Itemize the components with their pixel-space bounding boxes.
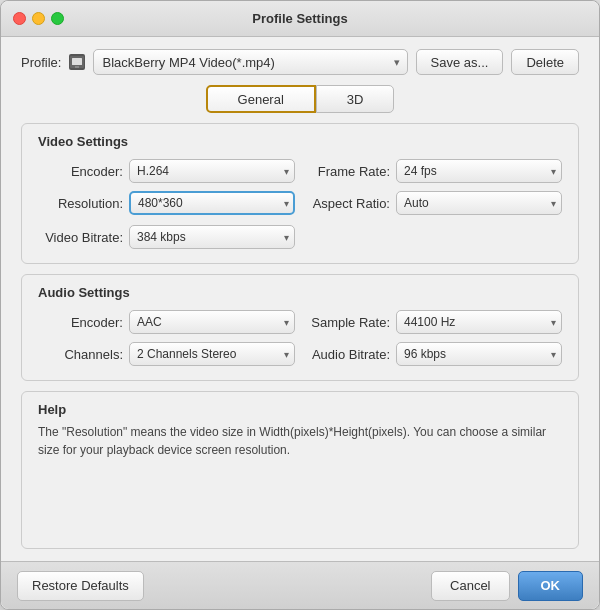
video-bitrate-label: Video Bitrate:: [38, 230, 123, 245]
video-bitrate-select[interactable]: 384 kbps: [129, 225, 295, 249]
audio-settings-title: Audio Settings: [38, 285, 562, 300]
close-button[interactable]: [13, 12, 26, 25]
delete-button[interactable]: Delete: [511, 49, 579, 75]
audio-encoder-row: Encoder: AAC: [38, 310, 295, 334]
audio-bitrate-select[interactable]: 96 kbps: [396, 342, 562, 366]
audio-bitrate-row: Audio Bitrate: 96 kbps: [305, 342, 562, 366]
svg-rect-1: [72, 58, 82, 65]
sample-rate-row: Sample Rate: 44100 Hz: [305, 310, 562, 334]
audio-bitrate-select-wrapper[interactable]: 96 kbps: [396, 342, 562, 366]
resolution-select-wrapper[interactable]: 480*360: [129, 191, 295, 215]
save-as-button[interactable]: Save as...: [416, 49, 504, 75]
aspect-ratio-select[interactable]: Auto: [396, 191, 562, 215]
help-title: Help: [38, 402, 562, 417]
window-title: Profile Settings: [252, 11, 347, 26]
audio-settings-grid: Encoder: AAC Sample Rate: 44100 Hz: [38, 310, 562, 366]
aspect-ratio-label: Aspect Ratio:: [305, 196, 390, 211]
profile-select-wrapper[interactable]: BlackBerry MP4 Video(*.mp4): [93, 49, 407, 75]
encoder-label: Encoder:: [38, 164, 123, 179]
encoder-select-wrapper[interactable]: H.264: [129, 159, 295, 183]
main-window: Profile Settings Profile: BlackBerry MP4…: [0, 0, 600, 610]
aspect-ratio-row: Aspect Ratio: Auto: [305, 191, 562, 215]
window-controls: [13, 12, 64, 25]
help-text: The "Resolution" means the video size in…: [38, 423, 562, 459]
help-section: Help The "Resolution" means the video si…: [21, 391, 579, 549]
bottom-right-buttons: Cancel OK: [431, 571, 583, 601]
channels-row: Channels: 2 Channels Stereo: [38, 342, 295, 366]
video-bitrate-row: Video Bitrate: 384 kbps: [38, 225, 295, 249]
audio-bitrate-label: Audio Bitrate:: [305, 347, 390, 362]
audio-encoder-label: Encoder:: [38, 315, 123, 330]
audio-encoder-select[interactable]: AAC: [129, 310, 295, 334]
minimize-button[interactable]: [32, 12, 45, 25]
profile-select[interactable]: BlackBerry MP4 Video(*.mp4): [93, 49, 407, 75]
encoder-row: Encoder: H.264: [38, 159, 295, 183]
channels-label: Channels:: [38, 347, 123, 362]
profile-row: Profile: BlackBerry MP4 Video(*.mp4) Sav…: [21, 49, 579, 75]
profile-icon: [69, 54, 85, 70]
tab-3d[interactable]: 3D: [316, 85, 395, 113]
sample-rate-label: Sample Rate:: [305, 315, 390, 330]
video-settings-grid: Encoder: H.264 Frame Rate: 24 fps: [38, 159, 562, 249]
encoder-select[interactable]: H.264: [129, 159, 295, 183]
restore-defaults-button[interactable]: Restore Defaults: [17, 571, 144, 601]
aspect-ratio-select-wrapper[interactable]: Auto: [396, 191, 562, 215]
tabs-row: General 3D: [21, 85, 579, 113]
frame-rate-row: Frame Rate: 24 fps: [305, 159, 562, 183]
sample-rate-select[interactable]: 44100 Hz: [396, 310, 562, 334]
audio-encoder-select-wrapper[interactable]: AAC: [129, 310, 295, 334]
profile-label: Profile:: [21, 55, 61, 70]
frame-rate-select[interactable]: 24 fps: [396, 159, 562, 183]
channels-select-wrapper[interactable]: 2 Channels Stereo: [129, 342, 295, 366]
frame-rate-select-wrapper[interactable]: 24 fps: [396, 159, 562, 183]
frame-rate-label: Frame Rate:: [305, 164, 390, 179]
video-settings-title: Video Settings: [38, 134, 562, 149]
title-bar: Profile Settings: [1, 1, 599, 37]
video-settings-section: Video Settings Encoder: H.264 Frame Rate…: [21, 123, 579, 264]
svg-rect-2: [75, 66, 79, 68]
resolution-select[interactable]: 480*360: [129, 191, 295, 215]
tab-general[interactable]: General: [206, 85, 316, 113]
bottom-bar: Restore Defaults Cancel OK: [1, 561, 599, 609]
video-bitrate-select-wrapper[interactable]: 384 kbps: [129, 225, 295, 249]
resolution-row: Resolution: 480*360: [38, 191, 295, 215]
audio-settings-section: Audio Settings Encoder: AAC Sample Rate:: [21, 274, 579, 381]
channels-select[interactable]: 2 Channels Stereo: [129, 342, 295, 366]
main-content: Profile: BlackBerry MP4 Video(*.mp4) Sav…: [1, 37, 599, 561]
cancel-button[interactable]: Cancel: [431, 571, 509, 601]
maximize-button[interactable]: [51, 12, 64, 25]
sample-rate-select-wrapper[interactable]: 44100 Hz: [396, 310, 562, 334]
resolution-label: Resolution:: [38, 196, 123, 211]
ok-button[interactable]: OK: [518, 571, 584, 601]
